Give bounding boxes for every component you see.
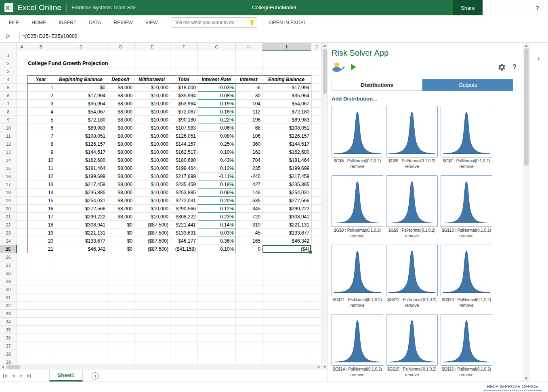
cell-G21[interactable]: 0.23% xyxy=(198,213,236,221)
cell-I26[interactable] xyxy=(262,253,311,261)
cell-J20[interactable] xyxy=(311,205,322,213)
cell-G25[interactable]: 0.10% xyxy=(198,245,236,253)
cell-E23[interactable]: ($87,500) xyxy=(134,229,170,237)
share-button[interactable]: Share xyxy=(453,0,483,15)
cell-D24[interactable]: $0 xyxy=(107,237,134,245)
cell-D11[interactable]: $8,000 xyxy=(107,132,134,140)
cell-D19[interactable]: $8,000 xyxy=(107,197,134,205)
cell-A39[interactable] xyxy=(17,358,27,364)
cell-C9[interactable]: $72,180 xyxy=(55,116,107,124)
cell-B36[interactable] xyxy=(27,334,55,342)
cell-E9[interactable]: $10,000 xyxy=(134,116,170,124)
cell-B29[interactable] xyxy=(27,277,55,285)
cell-C1[interactable] xyxy=(55,51,107,59)
cell-H10[interactable]: 68 xyxy=(236,124,262,132)
cell-J25[interactable] xyxy=(311,245,322,253)
cell-D28[interactable] xyxy=(107,269,134,277)
cell-B9[interactable]: 5 xyxy=(27,116,55,124)
cell-E29[interactable] xyxy=(134,277,170,285)
row-header-1[interactable]: 1 xyxy=(0,51,17,59)
cell-D10[interactable]: $8,000 xyxy=(107,124,134,132)
cell-I11[interactable]: $126,157 xyxy=(262,132,311,140)
cell-H5[interactable]: -6 xyxy=(236,84,262,92)
horizontal-scrollbar[interactable] xyxy=(0,364,322,370)
cell-J28[interactable] xyxy=(311,269,322,277)
cell-E14[interactable]: $10,000 xyxy=(134,156,170,164)
cell-H6[interactable]: -30 xyxy=(236,92,262,100)
cell-G15[interactable]: 0.12% xyxy=(198,164,236,172)
cell-A25[interactable] xyxy=(17,245,27,253)
cell-I17[interactable]: $235,885 xyxy=(262,180,311,189)
cell-H4[interactable]: Interest xyxy=(236,75,262,84)
row-header-18[interactable]: 18 xyxy=(0,189,17,197)
cell-F31[interactable] xyxy=(170,293,198,302)
cell-F25[interactable]: ($41,158) xyxy=(170,245,198,253)
cell-C3[interactable] xyxy=(55,67,107,75)
cell-A33[interactable] xyxy=(17,310,27,318)
cell-A27[interactable] xyxy=(17,261,27,269)
cell-C10[interactable]: $89,983 xyxy=(55,124,107,132)
cell-J33[interactable] xyxy=(311,310,322,318)
cell-E6[interactable]: $10,000 xyxy=(134,92,170,100)
cell-I8[interactable]: $72,180 xyxy=(262,108,311,116)
cell-J11[interactable] xyxy=(311,132,322,140)
cell-D15[interactable]: $8,000 xyxy=(107,164,134,172)
cell-C34[interactable] xyxy=(55,318,107,326)
cell-F13[interactable]: $162,517 xyxy=(170,148,198,156)
cell-B2[interactable]: College Fund Growth Projection xyxy=(27,59,55,67)
cell-G28[interactable] xyxy=(198,269,236,277)
panel-scroll-down-arrow-icon[interactable] xyxy=(525,377,528,380)
cell-B26[interactable] xyxy=(27,253,55,261)
cell-F33[interactable] xyxy=(170,310,198,318)
cell-C13[interactable]: $144,517 xyxy=(55,148,107,156)
cell-D16[interactable]: $8,000 xyxy=(107,172,134,180)
cell-C37[interactable] xyxy=(55,342,107,350)
cell-H7[interactable]: 104 xyxy=(236,100,262,108)
cell-B19[interactable]: 15 xyxy=(27,197,55,205)
row-header-3[interactable]: 3 xyxy=(0,67,17,75)
cell-E24[interactable]: ($87,500) xyxy=(134,237,170,245)
cell-C5[interactable]: $0 xyxy=(55,84,107,92)
cell-B18[interactable]: 14 xyxy=(27,189,55,197)
cell-J37[interactable] xyxy=(311,342,322,350)
collapse-panel-button[interactable]: › xyxy=(537,54,540,63)
cell-E20[interactable]: $10,000 xyxy=(134,205,170,213)
cell-J13[interactable] xyxy=(311,148,322,156)
cell-I16[interactable]: $217,459 xyxy=(262,172,311,180)
cell-F8[interactable]: $72,067 xyxy=(170,108,198,116)
cell-J15[interactable] xyxy=(311,164,322,172)
cell-G33[interactable] xyxy=(198,310,236,318)
cell-C19[interactable]: $254,031 xyxy=(55,197,107,205)
cell-G27[interactable] xyxy=(198,261,236,269)
cell-F24[interactable]: $46,177 xyxy=(170,237,198,245)
cell-F14[interactable]: $180,680 xyxy=(170,156,198,164)
cell-F35[interactable] xyxy=(170,326,198,334)
cell-H2[interactable] xyxy=(236,59,262,67)
next-sheet-button[interactable] xyxy=(20,374,22,377)
cell-A4[interactable] xyxy=(17,75,27,84)
add-sheet-button[interactable] xyxy=(92,372,99,379)
cell-E38[interactable] xyxy=(134,350,170,358)
cell-A7[interactable] xyxy=(17,100,27,108)
cell-D32[interactable] xyxy=(107,302,134,310)
cell-D12[interactable]: $8,000 xyxy=(107,140,134,148)
cell-A32[interactable] xyxy=(17,302,27,310)
cell-D21[interactable]: $8,000 xyxy=(107,213,134,221)
first-sheet-button[interactable] xyxy=(3,374,7,378)
cell-J9[interactable] xyxy=(311,116,322,124)
cell-F36[interactable] xyxy=(170,334,198,342)
column-header-H[interactable]: H xyxy=(236,43,262,51)
cell-A16[interactable] xyxy=(17,172,27,180)
cell-E11[interactable]: $10,000 xyxy=(134,132,170,140)
cell-C25[interactable]: $46,342 xyxy=(55,245,107,253)
cell-A24[interactable] xyxy=(17,237,27,245)
cell-J24[interactable] xyxy=(311,237,322,245)
cell-H25[interactable]: 0 xyxy=(236,245,262,253)
cell-G18[interactable]: 0.06% xyxy=(198,189,236,197)
panel-help-button[interactable]: ? xyxy=(512,63,517,71)
menu-insert[interactable]: INSERT xyxy=(59,20,76,25)
cell-J29[interactable] xyxy=(311,277,322,285)
cell-G12[interactable]: 0.25% xyxy=(198,140,236,148)
cell-A10[interactable] xyxy=(17,124,27,132)
cell-F37[interactable] xyxy=(170,342,198,350)
